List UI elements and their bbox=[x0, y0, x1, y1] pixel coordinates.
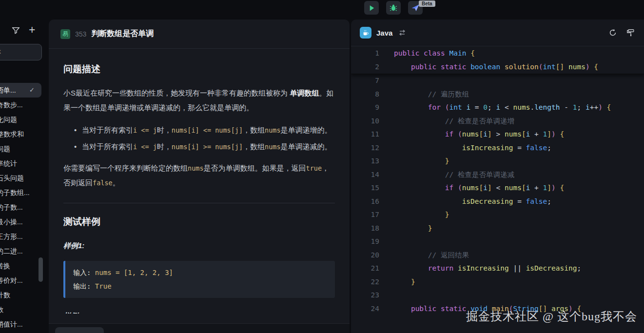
code-line[interactable]: 11if (nums[i] > nums[i + 1]) { bbox=[351, 128, 644, 141]
code-line[interactable]: 14// 检查是否单调递减 bbox=[351, 168, 644, 182]
code-token: i bbox=[585, 103, 590, 111]
sidebar-scrollbar[interactable] bbox=[39, 257, 43, 282]
code-token: 1 bbox=[543, 130, 547, 138]
java-language-icon bbox=[360, 27, 371, 39]
code-line[interactable]: 15if (nums[i] < nums[i + 1]) { bbox=[351, 181, 644, 195]
sidebar-item[interactable]: 化问题 bbox=[0, 112, 49, 127]
code-line[interactable]: 10// 检查是否单调递增 bbox=[351, 115, 644, 128]
code-token: // 检查是否单调递减 bbox=[445, 171, 514, 178]
refresh-icon bbox=[608, 28, 617, 37]
debug-button[interactable] bbox=[386, 1, 401, 15]
bullet-item: 当对于所有索引i <= j时，nums[i] <= nums[j]，数组nums… bbox=[74, 123, 335, 137]
code-token: { bbox=[594, 63, 598, 71]
switch-language-button[interactable] bbox=[398, 29, 406, 36]
code-lines: 78// 遍历数组9for (int i = 0; i < nums.lengt… bbox=[351, 74, 644, 315]
code-token: i bbox=[496, 103, 505, 111]
code-token: < bbox=[492, 184, 505, 192]
code-token: - bbox=[560, 103, 573, 111]
code-token: nums bbox=[462, 130, 479, 138]
format-code-button[interactable] bbox=[626, 28, 635, 37]
problem-panel: 易 353 判断数组是否单调 问题描述 小S最近在研究一些数组的性质，她发现有一… bbox=[49, 20, 350, 333]
line-content: } bbox=[379, 275, 415, 289]
code-token: length bbox=[534, 103, 560, 111]
sidebar-item[interactable]: 否单...✓ bbox=[0, 83, 41, 98]
sample-value: True bbox=[95, 282, 112, 290]
reset-code-button[interactable] bbox=[608, 28, 617, 37]
code-line[interactable]: 22} bbox=[351, 275, 644, 289]
sample2-label: 样例2: bbox=[63, 309, 335, 313]
code-token: if bbox=[445, 184, 458, 192]
line-number: 24 bbox=[351, 302, 379, 316]
line-number: 2 bbox=[351, 60, 379, 74]
coffee-cup-icon bbox=[362, 29, 369, 36]
sidebar-item[interactable]: 数 bbox=[0, 302, 49, 317]
text-segment: 单调数组 bbox=[290, 89, 319, 97]
line-number: 13 bbox=[351, 155, 379, 168]
sidebar-item[interactable]: 最小操... bbox=[0, 215, 49, 229]
line-content: isIncreasing = false; bbox=[379, 141, 551, 155]
code-line[interactable]: 16isDecreasing = false; bbox=[351, 195, 644, 209]
sidebar-item[interactable]: 计数 bbox=[0, 288, 49, 302]
code-token: ) bbox=[585, 63, 594, 71]
bug-icon bbox=[390, 4, 397, 12]
sidebar-item-label: 正方形... bbox=[0, 233, 23, 240]
sidebar-item[interactable]: 奇数步... bbox=[0, 98, 49, 112]
sidebar-item-label: 问题 bbox=[0, 145, 10, 153]
line-number: 21 bbox=[351, 262, 379, 275]
description-bullets: 当对于所有索引i <= j时，nums[i] <= nums[j]，数组nums… bbox=[63, 123, 335, 154]
sidebar-item-label: 的子数组... bbox=[0, 189, 30, 196]
code-line[interactable]: 13} bbox=[351, 155, 644, 168]
inline-code: nums bbox=[188, 164, 204, 172]
code-line[interactable]: 7 bbox=[351, 74, 644, 88]
sidebar-item-label: 数 bbox=[0, 306, 3, 313]
sidebar-item-label: 计数 bbox=[0, 291, 10, 299]
sidebar-item[interactable]: 的子数组... bbox=[0, 185, 49, 200]
code-line[interactable]: 2public static boolean solution(int[] nu… bbox=[351, 60, 644, 74]
code-token: . bbox=[530, 103, 534, 111]
line-number: 14 bbox=[351, 168, 379, 182]
code-token: i bbox=[466, 103, 474, 111]
code-token: if bbox=[445, 130, 458, 138]
sidebar-item[interactable]: 石头问题 bbox=[0, 171, 49, 185]
code-line[interactable]: 21return isIncreasing || isDecreasing; bbox=[351, 262, 644, 275]
sample-key: 输入: bbox=[73, 269, 95, 276]
code-line[interactable]: 20// 返回结果 bbox=[351, 249, 644, 262]
inline-code: nums bbox=[265, 143, 281, 151]
code-line[interactable]: 9for (int i = 0; i < nums.length - 1; i+… bbox=[351, 101, 644, 115]
sample1-label: 样例1: bbox=[63, 238, 335, 253]
code-token: isDecreasing bbox=[526, 264, 577, 272]
search-input[interactable]: 称 bbox=[0, 44, 42, 60]
results-tab[interactable] bbox=[55, 327, 104, 333]
sidebar-item[interactable]: 问题 bbox=[0, 141, 49, 156]
code-line[interactable]: 1public class Main { bbox=[351, 46, 644, 60]
code-line[interactable]: 17} bbox=[351, 208, 644, 222]
problem-list: 否单...✓奇数步...化问题整数求和问题率统计石头问题的子数组...的子数..… bbox=[0, 83, 49, 333]
code-area[interactable]: 1public class Main {2public static boole… bbox=[351, 46, 644, 333]
play-icon bbox=[368, 4, 375, 12]
sample-line: 输入: nums = [1, 2, 2, 3] bbox=[73, 266, 327, 279]
code-line[interactable]: 8// 遍历数组 bbox=[351, 88, 644, 101]
line-number: 8 bbox=[351, 88, 379, 101]
code-token: ] bbox=[488, 130, 492, 138]
add-problem-button[interactable]: + bbox=[29, 23, 35, 37]
code-token: i bbox=[483, 130, 488, 138]
run-button[interactable] bbox=[364, 1, 379, 15]
sidebar-item[interactable]: 率统计 bbox=[0, 156, 49, 171]
sidebar-item[interactable]: 峭值计... bbox=[0, 317, 49, 332]
code-line[interactable]: 18} bbox=[351, 222, 644, 235]
sticky-code-lines: 1public class Main {2public static boole… bbox=[351, 46, 644, 74]
line-number: 1 bbox=[351, 46, 379, 60]
line-number: 7 bbox=[351, 74, 379, 88]
sidebar-item[interactable]: 的子数... bbox=[0, 200, 49, 215]
sidebar-item-label: 等价对... bbox=[0, 276, 23, 284]
sidebar-item[interactable]: 整数求和 bbox=[0, 127, 49, 141]
sidebar-item[interactable]: 的二进... bbox=[0, 244, 49, 258]
code-line[interactable]: 23 bbox=[351, 289, 644, 302]
code-line[interactable]: 19 bbox=[351, 235, 644, 249]
sample-key: 输出: bbox=[73, 282, 95, 290]
text-segment: 时， bbox=[157, 142, 172, 151]
code-line[interactable]: 12isIncreasing = false; bbox=[351, 141, 644, 155]
line-content bbox=[379, 74, 428, 88]
filter-button[interactable] bbox=[12, 26, 20, 37]
sidebar-item[interactable]: 正方形... bbox=[0, 229, 49, 244]
